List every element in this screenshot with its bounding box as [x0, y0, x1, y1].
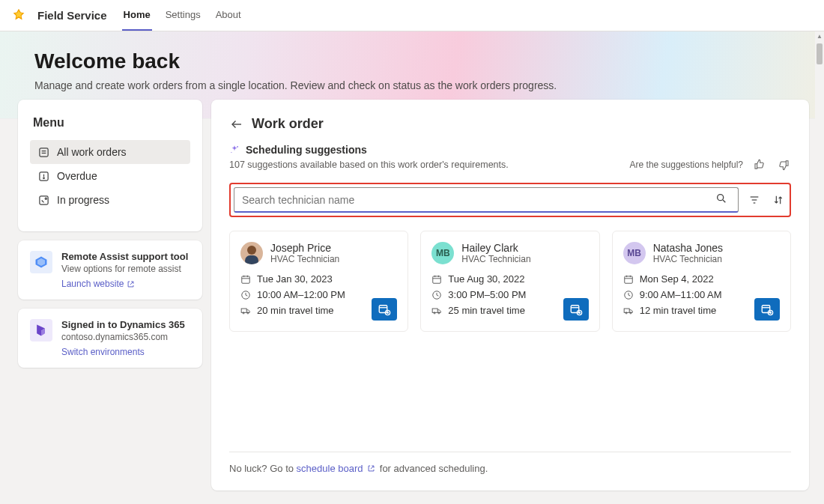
suggestions-subtitle: 107 suggestions available based on this …: [229, 160, 509, 170]
search-box[interactable]: [234, 187, 739, 213]
clock-icon: [240, 290, 251, 300]
content-area: Menu All work orders Overdue In progress: [0, 112, 824, 491]
work-order-panel: Work order Scheduling suggestions 107 su…: [211, 100, 809, 491]
search-input[interactable]: [242, 194, 715, 206]
svg-point-4: [43, 177, 44, 179]
svg-point-12: [231, 152, 231, 153]
app-logo-icon: [10, 7, 27, 24]
technician-name: Joseph Price: [270, 242, 339, 254]
progress-icon: [37, 194, 49, 206]
remote-assist-subtitle: View options for remote assist: [61, 264, 188, 274]
avatar: MB: [623, 242, 646, 264]
truck-icon: [623, 306, 634, 316]
feedback-row: Are the suggestions helpful?: [630, 157, 791, 172]
suggestion-date: Mon Sep 4, 2022: [640, 273, 714, 285]
back-button[interactable]: [229, 117, 244, 132]
suggestion-time: 10:00 AM–12:00 PM: [257, 289, 345, 300]
clock-icon: [431, 290, 442, 300]
suggestion-date: Tue Aug 30, 2022: [448, 273, 524, 285]
menu-card: Menu All work orders Overdue In progress: [18, 100, 202, 231]
assign-button[interactable]: [754, 298, 780, 321]
scroll-thumb[interactable]: [817, 43, 823, 64]
technician-role: HVAC Technician: [461, 254, 530, 264]
suggestion-time: 9:00 AM–11:00 AM: [640, 289, 722, 300]
tab-home[interactable]: Home: [122, 0, 152, 31]
calendar-icon: [431, 274, 442, 285]
suggestion-card[interactable]: Joseph Price HVAC Technician Tue Jan 30,…: [229, 231, 408, 332]
assign-icon: [569, 303, 583, 316]
clock-icon: [623, 290, 634, 300]
technician-role: HVAC Technician: [270, 254, 339, 264]
dynamics-link[interactable]: Switch environments: [61, 347, 145, 357]
thumbs-down-icon: [778, 159, 790, 171]
truck-icon: [240, 306, 251, 316]
suggestion-time: 3:00 PM–5:00 PM: [448, 289, 526, 300]
svg-point-26: [243, 312, 244, 313]
svg-point-11: [237, 146, 238, 148]
external-link-icon: [127, 280, 135, 288]
remote-assist-card: Remote Assist support tool View options …: [18, 240, 202, 300]
schedule-board-link[interactable]: schedule board: [297, 463, 380, 474]
feedback-prompt: Are the suggestions helpful?: [630, 160, 743, 170]
thumbs-up-button[interactable]: [752, 157, 767, 172]
svg-point-7: [45, 198, 46, 199]
menu-item-in-progress[interactable]: In progress: [30, 188, 190, 212]
sparkle-icon: [229, 145, 240, 155]
app-title: Field Service: [37, 9, 107, 22]
suggestion-travel: 20 min travel time: [257, 305, 334, 316]
remote-assist-link[interactable]: Launch website: [61, 279, 135, 289]
menu-item-overdue[interactable]: Overdue: [30, 164, 190, 188]
work-order-title: Work order: [252, 116, 324, 132]
external-link-icon: [367, 464, 375, 473]
svg-point-27: [247, 312, 249, 313]
list-icon: [37, 146, 49, 158]
suggestion-card[interactable]: MB Natasha Jones HVAC Technician Mon Sep…: [612, 231, 791, 332]
svg-point-13: [718, 194, 724, 200]
filter-button[interactable]: [746, 194, 763, 206]
svg-rect-6: [39, 195, 47, 204]
arrow-left-icon: [230, 118, 243, 131]
scrollbar[interactable]: ▲: [815, 31, 824, 504]
technician-name: Hailey Clark: [461, 242, 530, 254]
alert-icon: [37, 170, 49, 182]
search-icon: [715, 192, 727, 204]
work-order-header: Work order: [229, 116, 791, 132]
remote-assist-icon: [30, 251, 52, 273]
menu-title: Menu: [30, 116, 190, 130]
tab-settings[interactable]: Settings: [164, 0, 202, 31]
sort-icon: [772, 194, 784, 206]
nav-tabs: Home Settings About: [122, 0, 243, 31]
technician-role: HVAC Technician: [653, 254, 723, 264]
svg-point-37: [434, 312, 435, 313]
scroll-up-button[interactable]: ▲: [815, 31, 824, 40]
menu-item-all-work-orders[interactable]: All work orders: [30, 140, 190, 164]
assign-button[interactable]: [563, 298, 589, 321]
svg-rect-0: [39, 148, 47, 156]
dynamics-subtitle: contoso.dynamics365.com: [61, 332, 185, 342]
remote-assist-title: Remote Assist support tool: [61, 251, 188, 262]
svg-line-14: [723, 200, 725, 202]
suggestion-card[interactable]: MB Hailey Clark HVAC Technician Tue Aug …: [420, 231, 599, 332]
svg-point-38: [438, 312, 440, 313]
suggestion-cards: Joseph Price HVAC Technician Tue Jan 30,…: [229, 231, 791, 332]
dynamics-icon: [30, 319, 52, 341]
suggestions-title: Scheduling suggestions: [246, 144, 367, 156]
svg-rect-20: [242, 276, 250, 282]
calendar-icon: [623, 274, 634, 285]
tab-about[interactable]: About: [214, 0, 243, 31]
search-button[interactable]: [715, 192, 730, 207]
footer-text: No luck? Go to schedule board for advanc…: [229, 452, 791, 474]
sort-button[interactable]: [770, 194, 787, 206]
app-header: Field Service Home Settings About: [0, 0, 824, 31]
assign-button[interactable]: [372, 298, 397, 321]
thumbs-down-button[interactable]: [776, 157, 791, 172]
assign-icon: [378, 303, 391, 316]
suggestion-travel: 12 min travel time: [640, 305, 717, 316]
svg-point-48: [625, 312, 627, 313]
dynamics-card: Signed in to Dynamics 365 contoso.dynami…: [18, 309, 202, 368]
calendar-icon: [240, 274, 251, 285]
svg-point-49: [630, 312, 631, 313]
menu-item-label: Overdue: [57, 170, 97, 182]
menu-item-label: In progress: [57, 194, 109, 206]
hero-subtitle: Manage and create work orders from a sin…: [34, 79, 790, 91]
